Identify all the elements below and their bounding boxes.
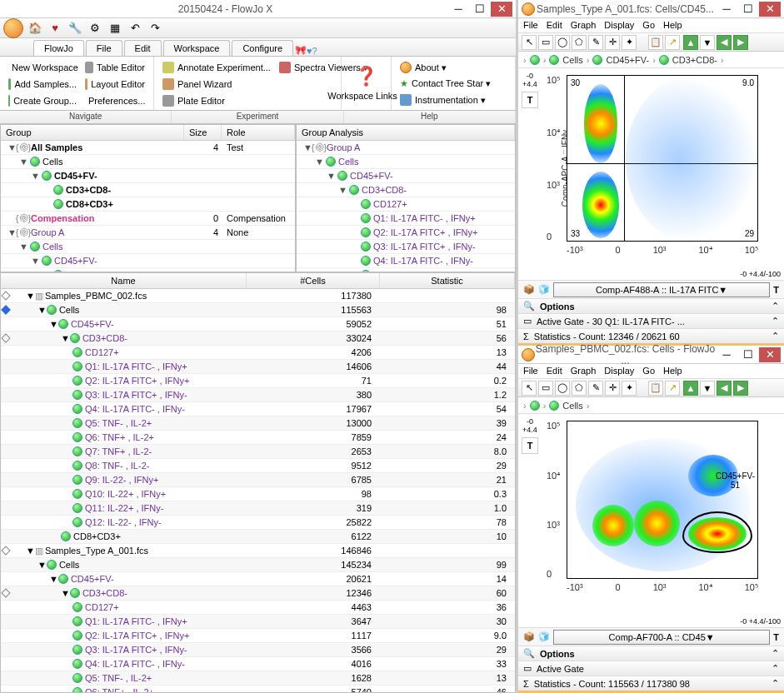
g2-active-gate-row[interactable]: ▭Active Gate⌃: [518, 661, 784, 676]
table-row[interactable]: ▼▥Samples_Type A_001.fcs146846: [1, 544, 515, 558]
table-row[interactable]: ▼Cells14523499: [1, 558, 515, 572]
redo-icon[interactable]: ↷: [147, 20, 163, 37]
table-row[interactable]: Q12: IL-22- , IFNy-2582278: [1, 516, 515, 530]
export-icon[interactable]: ↗: [665, 381, 680, 396]
g2-menu-go[interactable]: Go: [642, 366, 655, 376]
table-row[interactable]: Q1: IL-17A FITC- , IFNy+1460644: [1, 360, 515, 374]
freehand-icon[interactable]: ✎: [588, 35, 603, 50]
table-row[interactable]: CD8+CD3+612210: [1, 530, 515, 544]
g1-menu-graph[interactable]: Graph: [571, 20, 597, 31]
tree-row[interactable]: CD3+CD8-: [1, 183, 295, 197]
g2-text-tool-icon[interactable]: T: [773, 632, 779, 642]
polygon-gate-icon[interactable]: ⬠: [572, 35, 587, 50]
g2-close-button[interactable]: ✕: [759, 347, 781, 362]
wrench-icon[interactable]: 🔧: [67, 20, 83, 37]
table-row[interactable]: CD127+446336: [1, 601, 515, 615]
g1-text-tool-icon[interactable]: T: [773, 285, 779, 295]
tree-row[interactable]: Q5: TNF- , IL-2+: [297, 268, 515, 272]
table-row[interactable]: Q9: IL-22- , IFNy+678521: [1, 473, 515, 487]
copy-icon[interactable]: 📋: [648, 381, 663, 396]
g1-stats-row[interactable]: ΣStatistics - Count: 12346 / 20621 60⌃: [518, 328, 784, 343]
g1-close-button[interactable]: ✕: [759, 2, 781, 17]
g2-options-row[interactable]: 🔍Options⌃: [518, 646, 784, 661]
layout-editor-button[interactable]: Layout Editor: [82, 77, 148, 92]
table-editor-button[interactable]: Table Editor: [82, 60, 148, 75]
table-row[interactable]: Q6: TNF+ , IL-2+574046: [1, 686, 515, 693]
annotate-button[interactable]: Annotate Experiment...: [159, 60, 274, 75]
tree-row[interactable]: ▼CD45+FV-: [297, 169, 515, 183]
table-row[interactable]: Q5: TNF- , IL-2+162813: [1, 671, 515, 686]
g1-axis-tool2-icon[interactable]: 🧊: [538, 284, 550, 295]
polygon-gate-icon[interactable]: ⬠: [572, 381, 587, 396]
auto-gate-icon[interactable]: ✦: [622, 381, 637, 396]
g2-minimize-button[interactable]: ─: [716, 347, 737, 362]
pointer-icon[interactable]: ↖: [522, 35, 537, 50]
about-button[interactable]: About ▾: [397, 60, 510, 75]
nav-up-icon[interactable]: ▲: [683, 381, 698, 396]
panel-wizard-button[interactable]: Panel Wizard: [159, 77, 336, 92]
ellipse-gate-icon[interactable]: ◯: [555, 35, 570, 50]
pointer-icon[interactable]: ↖: [522, 381, 537, 396]
tree-row[interactable]: ▼CD45+FV-: [1, 254, 295, 268]
col-name[interactable]: Name: [1, 273, 247, 288]
col-stat[interactable]: Statistic: [380, 273, 515, 288]
g2-plot[interactable]: CD45+FV- 51: [567, 421, 758, 579]
table-row[interactable]: Q5: TNF- , IL-2+1300039: [1, 416, 515, 431]
grid-icon[interactable]: ▦: [107, 20, 123, 37]
new-workspace-button[interactable]: New Workspace: [5, 60, 80, 75]
g1-menu-edit[interactable]: Edit: [547, 20, 562, 31]
table-row[interactable]: ▼Cells11556398: [1, 303, 515, 317]
minimize-button[interactable]: ─: [447, 2, 469, 17]
nav-prev-icon[interactable]: ◀: [717, 381, 732, 396]
table-row[interactable]: Q1: IL-17A FITC- , IFNy+364730: [1, 615, 515, 629]
tree-row[interactable]: Q4: IL-17A FITC- , IFNy-: [297, 254, 515, 268]
ribbon-icon[interactable]: 🎀: [295, 45, 307, 56]
table-row[interactable]: ▼CD3+CD8-1234660: [1, 586, 515, 601]
g2-axis-tool1-icon[interactable]: 📦: [523, 631, 535, 642]
help-icon[interactable]: ?: [312, 46, 317, 56]
g2-menu-graph[interactable]: Graph: [571, 366, 597, 376]
tree-row[interactable]: ▼CD3+CD8-: [297, 183, 515, 197]
tab-workspace[interactable]: Workspace: [163, 40, 231, 56]
g1-menu-display[interactable]: Display: [604, 20, 634, 31]
tree-row[interactable]: CD127+: [297, 197, 515, 212]
g2-axis-tool2-icon[interactable]: 🧊: [538, 631, 550, 642]
table-row[interactable]: Q2: IL-17A FITC+ , IFNy+11179.0: [1, 629, 515, 643]
col-cells[interactable]: #Cells: [247, 273, 380, 288]
table-row[interactable]: Q8: TNF- , IL-2-951229: [1, 459, 515, 473]
home-icon[interactable]: 🏠: [27, 20, 43, 37]
tree-row[interactable]: Q2: IL-17A FITC+ , IFNy+: [297, 226, 515, 240]
tree-row[interactable]: Q1: IL-17A FITC- , IFNy+: [297, 212, 515, 226]
g1-menu-help[interactable]: Help: [663, 20, 682, 31]
rect-gate-icon[interactable]: ▭: [538, 35, 553, 50]
g1-plot[interactable]: 30 9.0 33 29: [567, 75, 758, 242]
maximize-button[interactable]: ☐: [469, 2, 491, 17]
table-row[interactable]: Q4: IL-17A FITC- , IFNy-1796754: [1, 402, 515, 416]
g2-stats-row[interactable]: ΣStatistics - Count: 115563 / 117380 98⌃: [518, 676, 784, 691]
g1-menu-go[interactable]: Go: [642, 20, 655, 31]
g1-options-row[interactable]: 🔍Options⌃: [518, 298, 784, 313]
quad-gate-icon[interactable]: ✛: [605, 381, 620, 396]
table-row[interactable]: Q3: IL-17A FITC+ , IFNy-356629: [1, 643, 515, 657]
tab-configure[interactable]: Configure: [232, 40, 293, 56]
ellipse-gate-icon[interactable]: ◯: [555, 381, 570, 396]
rect-gate-icon[interactable]: ▭: [538, 381, 553, 396]
table-row[interactable]: Q4: IL-17A FITC- , IFNy-401633: [1, 657, 515, 671]
tree-row[interactable]: CD8+CD3+: [1, 197, 295, 212]
table-row[interactable]: Q2: IL-17A FITC+ , IFNy+710.2: [1, 374, 515, 388]
table-row[interactable]: Q7: TNF+ , IL-2-26538.0: [1, 445, 515, 459]
g1-minimize-button[interactable]: ─: [716, 2, 737, 17]
auto-gate-icon[interactable]: ✦: [622, 35, 637, 50]
tab-file[interactable]: File: [86, 40, 122, 56]
tab-flowjo[interactable]: FlowJo: [33, 40, 84, 56]
table-row[interactable]: CD127+420613: [1, 346, 515, 360]
quad-gate-icon[interactable]: ✛: [605, 35, 620, 50]
table-row[interactable]: ▼CD45+FV-2062114: [1, 572, 515, 586]
col-role[interactable]: Role: [222, 125, 295, 140]
instrumentation-button[interactable]: Instrumentation ▾: [397, 92, 510, 107]
app-icon[interactable]: [3, 18, 23, 38]
nav-next-icon[interactable]: ▶: [733, 35, 748, 50]
g1-maximize-button[interactable]: ☐: [737, 2, 759, 17]
g1-x-axis-select[interactable]: Comp-AF488-A :: IL-17A FITC ▼: [553, 282, 770, 297]
col-analysis[interactable]: Group Analysis: [297, 125, 515, 140]
